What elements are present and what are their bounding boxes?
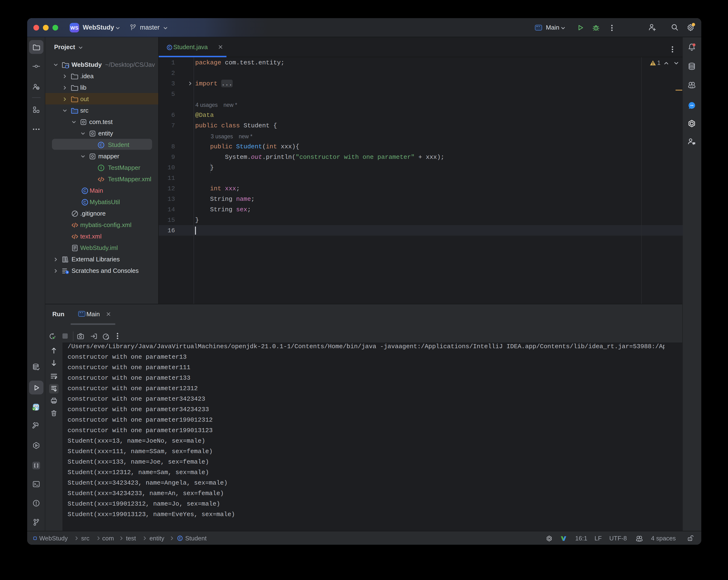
svg-text:C: C bbox=[100, 143, 103, 147]
svg-text:C: C bbox=[83, 200, 86, 205]
svg-text:I: I bbox=[101, 166, 102, 170]
svg-text:?: ? bbox=[37, 86, 38, 90]
svg-text:C: C bbox=[168, 45, 171, 49]
svg-text:C: C bbox=[83, 188, 86, 193]
